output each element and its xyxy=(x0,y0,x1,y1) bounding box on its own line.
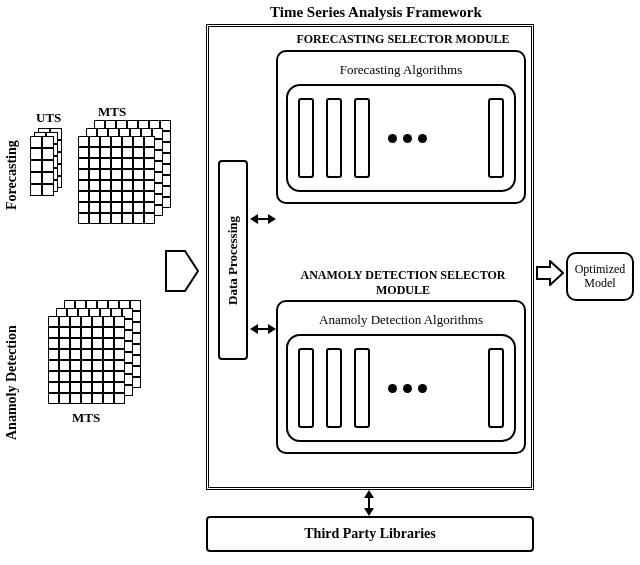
svg-marker-5 xyxy=(250,324,258,334)
algo-slot xyxy=(488,98,504,178)
svg-marker-0 xyxy=(166,251,198,291)
svg-marker-9 xyxy=(364,508,374,516)
optimized-model: Optimized Model xyxy=(566,252,634,301)
ellipsis-icon xyxy=(388,134,427,143)
svg-marker-3 xyxy=(268,214,276,224)
forecasting-module: Forecasting Algorithms xyxy=(276,50,526,204)
algo-slot xyxy=(488,348,504,428)
output-arrow-icon xyxy=(536,260,564,286)
data-processing-label: Data Processing xyxy=(225,216,241,305)
svg-marker-10 xyxy=(537,261,563,285)
axis-label-forecasting: Forecasting xyxy=(4,120,20,210)
label-mts-bottom: MTS xyxy=(72,410,100,426)
anomaly-module-title: ANAMOLY DETECTION SELECTOR MODULE xyxy=(278,268,528,298)
algo-slot xyxy=(354,98,370,178)
input-flow-arrow-icon xyxy=(165,250,199,296)
axis-label-anomaly: Anamoly Detection xyxy=(4,300,20,440)
bi-arrow-dp-forecast-icon xyxy=(250,210,276,228)
forecasting-subtitle: Forecasting Algorithms xyxy=(286,62,516,78)
mts-bottom-stack xyxy=(48,300,148,410)
algo-slot xyxy=(298,348,314,428)
label-mts-top: MTS xyxy=(98,104,126,120)
third-party-libraries: Third Party Libraries xyxy=(206,516,534,552)
svg-marker-2 xyxy=(250,214,258,224)
svg-marker-8 xyxy=(364,490,374,498)
bi-arrow-dp-anomaly-icon xyxy=(250,320,276,338)
svg-marker-6 xyxy=(268,324,276,334)
algo-slot xyxy=(354,348,370,428)
label-uts: UTS xyxy=(36,110,61,126)
ellipsis-icon xyxy=(388,384,427,393)
algo-slot xyxy=(298,98,314,178)
bi-arrow-framework-tpl-icon xyxy=(360,490,378,516)
algo-slot xyxy=(326,98,342,178)
anomaly-module: Anamoly Detection Algorithms xyxy=(276,300,526,454)
uts-data-stack xyxy=(30,128,70,202)
data-processing-block: Data Processing xyxy=(218,160,248,360)
mts-top-stack xyxy=(78,120,178,230)
framework-title: Time Series Analysis Framework xyxy=(270,4,482,21)
forecasting-algobox xyxy=(286,84,516,192)
forecasting-module-title: FORECASTING SELECTOR MODULE xyxy=(278,32,528,47)
anomaly-algobox xyxy=(286,334,516,442)
algo-slot xyxy=(326,348,342,428)
anomaly-subtitle: Anamoly Detection Algorithms xyxy=(286,312,516,328)
